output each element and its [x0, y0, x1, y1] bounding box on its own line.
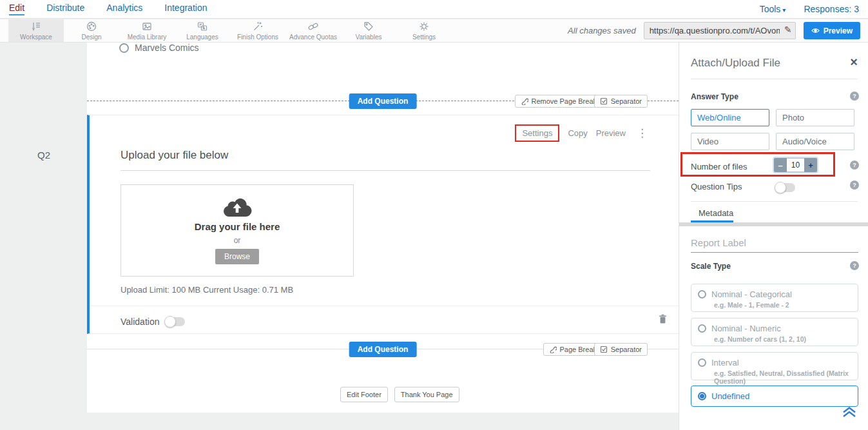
broken-link-icon: [521, 97, 528, 105]
help-icon-question-tips[interactable]: ?: [850, 181, 859, 190]
design-palette-icon: [86, 21, 97, 32]
previous-question-option: Marvels Comics: [119, 43, 199, 53]
workspace-icon: [30, 21, 42, 32]
question-tips-label: Question Tips: [691, 182, 742, 191]
annotation-settings-highlight: Settings: [515, 124, 559, 142]
toolbar-item-workspace[interactable]: Workspace: [8, 19, 64, 42]
checked-checkbox-icon: [600, 346, 608, 353]
nav-item-edit[interactable]: Edit: [9, 3, 24, 15]
answer-type-photo[interactable]: Photo: [776, 109, 854, 126]
nav-item-integration[interactable]: Integration: [164, 3, 207, 15]
magic-wand-icon: [252, 21, 264, 32]
section-band: [679, 222, 868, 226]
radio-icon: [698, 290, 706, 298]
toolbar-item-design[interactable]: Design: [64, 19, 119, 42]
question-preview-link[interactable]: Preview: [596, 128, 626, 138]
radio-icon[interactable]: [119, 43, 129, 53]
survey-canvas: Marvels Comics Add Question Remove Page …: [87, 43, 679, 413]
close-icon[interactable]: ×: [850, 55, 858, 68]
dropzone-or-text: or: [234, 236, 241, 245]
question-divider: [90, 306, 679, 306]
top-nav: Edit Distribute Analytics Integration To…: [0, 0, 868, 19]
radio-selected-icon: [698, 392, 706, 400]
validation-label: Validation: [121, 317, 159, 327]
scale-option-example: e.g. Number of cars (1, 2, 10): [691, 333, 858, 343]
edit-footer-button[interactable]: Edit Footer: [340, 387, 388, 402]
help-icon-answer-type[interactable]: ?: [850, 92, 859, 101]
scale-option-example: e.g. Satisfied, Neutral, Dissatisfied (M…: [691, 367, 858, 385]
add-question-button-top[interactable]: Add Question: [349, 93, 417, 109]
upload-limit-info: Upload Limit: 100 MB Current Usage: 0.71…: [121, 285, 293, 295]
collapse-double-chevron-up-icon[interactable]: [842, 406, 857, 418]
question-settings-link[interactable]: Settings: [522, 128, 552, 138]
panel-divider: [691, 79, 858, 79]
survey-url-input[interactable]: [644, 22, 796, 39]
responses-link[interactable]: Responses: 3: [804, 4, 859, 14]
broken-link-icon: [549, 346, 557, 353]
toggle-knob: [775, 182, 786, 193]
caret-down-icon: ▾: [782, 6, 786, 14]
remove-page-break-button[interactable]: Remove Page Break: [515, 95, 603, 108]
question-title[interactable]: Upload your file below: [121, 149, 650, 171]
validation-toggle[interactable]: [166, 317, 185, 326]
toggle-knob: [164, 316, 176, 327]
separator-toggle-top[interactable]: Separator: [594, 95, 648, 108]
edit-url-pencil-icon[interactable]: ✎: [784, 24, 792, 35]
chain-link-icon: [307, 21, 319, 32]
panel-title: Attach/Upload File: [691, 57, 780, 70]
kebab-menu-icon[interactable]: ⋮: [634, 126, 650, 140]
gear-icon: [418, 21, 430, 32]
toolbar-item-settings[interactable]: Settings: [396, 19, 452, 42]
question-tips-toggle[interactable]: [776, 183, 795, 192]
toolbar-item-languages[interactable]: Languages: [175, 19, 230, 42]
question-copy-link[interactable]: Copy: [568, 128, 587, 138]
add-question-button-bottom[interactable]: Add Question: [349, 342, 417, 357]
answer-type-label: Answer Type: [691, 92, 738, 101]
file-dropzone[interactable]: Drag your file here or Browse: [121, 184, 354, 277]
page-break-divider-bottom: Add Question Page Break Separator: [87, 349, 679, 349]
plus-button[interactable]: +: [804, 158, 817, 172]
toolbar-item-media-library[interactable]: Media Library: [119, 19, 175, 42]
scale-option-interval[interactable]: Interval e.g. Satisfied, Neutral, Dissat…: [691, 352, 858, 380]
page-break-divider-top: Add Question Remove Page Break Separator: [87, 101, 679, 101]
checked-checkbox-icon: [600, 97, 608, 105]
eye-icon: [811, 27, 820, 34]
help-icon-scale-type[interactable]: ?: [850, 261, 859, 270]
question-number-label: Q2: [37, 150, 50, 161]
minus-button[interactable]: –: [774, 158, 787, 172]
save-status: All changes saved: [568, 26, 636, 35]
cloud-upload-icon: [222, 197, 252, 217]
help-icon-number-of-files[interactable]: ?: [850, 161, 859, 170]
number-of-files-label: Number of files: [691, 162, 747, 171]
workspace-toolbar: Workspace Design Media Library Languages…: [0, 19, 868, 43]
toolbar-item-finish-options[interactable]: Finish Options: [230, 19, 285, 42]
answer-type-video[interactable]: Video: [691, 133, 769, 150]
dropzone-text: Drag your file here: [195, 221, 280, 232]
scale-option-example: e.g. Male - 1, Female - 2: [691, 299, 858, 309]
radio-icon: [698, 324, 706, 333]
answer-type-web-online[interactable]: Web/Online: [691, 109, 769, 126]
toolbar-item-variables[interactable]: Variables: [341, 19, 396, 42]
nav-item-distribute[interactable]: Distribute: [46, 3, 84, 15]
preview-button[interactable]: Preview: [804, 22, 860, 39]
question-settings-panel: Attach/Upload File × Answer Type ? Web/O…: [679, 43, 868, 430]
report-label-input[interactable]: [691, 236, 858, 253]
scale-type-label: Scale Type: [691, 262, 731, 271]
nav-links: Edit Distribute Analytics Integration: [9, 3, 207, 15]
toolbar-item-advance-quotas[interactable]: Advance Quotas: [285, 19, 341, 42]
panel-divider: [691, 201, 858, 202]
tools-menu[interactable]: Tools▾: [760, 4, 786, 14]
scale-option-nominal-categorical[interactable]: Nominal - Categorical e.g. Male - 1, Fem…: [691, 284, 858, 312]
delete-question-trash-icon[interactable]: [659, 314, 667, 324]
nav-item-analytics[interactable]: Analytics: [106, 3, 142, 15]
scale-option-nominal-numeric[interactable]: Nominal - Numeric e.g. Number of cars (1…: [691, 318, 858, 346]
languages-icon: [197, 21, 208, 32]
scale-option-undefined[interactable]: Undefined: [691, 386, 858, 407]
separator-toggle-bottom[interactable]: Separator: [594, 343, 648, 356]
answer-type-audio-voice[interactable]: Audio/Voice: [776, 133, 854, 150]
number-of-files-stepper: – 10 +: [774, 158, 817, 172]
number-of-files-value[interactable]: 10: [787, 158, 804, 172]
browse-button[interactable]: Browse: [215, 249, 259, 264]
thank-you-page-button[interactable]: Thank You Page: [394, 387, 459, 402]
tab-metadata[interactable]: Metadata: [699, 208, 733, 218]
